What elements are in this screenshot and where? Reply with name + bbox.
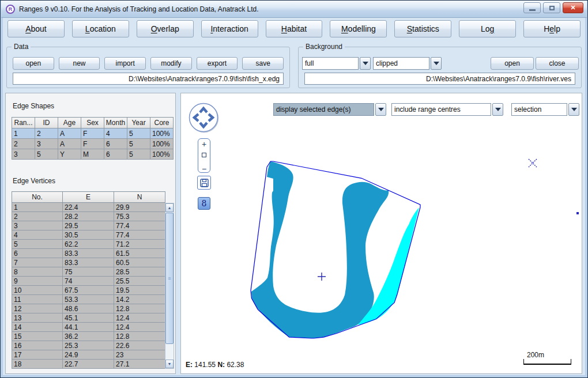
north-value: 62.38	[227, 361, 244, 369]
column-header[interactable]: N	[114, 192, 165, 203]
map-canvas[interactable]	[181, 93, 582, 373]
menu-button-modelling[interactable]: Modelling	[330, 20, 387, 37]
background-group: Background full clipped open close	[298, 47, 582, 88]
selection-value: selection	[511, 103, 567, 116]
east-value: 141.55	[194, 361, 216, 369]
scrollbar-thumb[interactable]: ≡	[165, 213, 174, 344]
background-open-button[interactable]: open	[491, 57, 534, 70]
background-clip-value: clipped	[373, 57, 429, 70]
column-header[interactable]: Sex	[81, 118, 104, 128]
display-mode-value: display selected edge(s)	[273, 103, 374, 116]
table-row[interactable]: 8 75 28.5	[12, 267, 165, 277]
table-row[interactable]: 3 5 Y M 6 5 100%	[12, 149, 174, 160]
column-header[interactable]: ID	[35, 118, 58, 128]
menu-button-overlap[interactable]: Overlap	[137, 20, 194, 37]
window-controls: ✕	[523, 2, 583, 13]
x-marker	[529, 159, 537, 167]
range-centre-cross	[318, 273, 326, 281]
scroll-down-button[interactable]: ▼	[165, 360, 174, 368]
table-row[interactable]: 3 29.5 77.4	[12, 221, 165, 230]
table-row[interactable]: 12 48.6 12.8	[12, 304, 165, 313]
chevron-down-icon[interactable]	[568, 103, 579, 116]
table-row[interactable]: 17 24.9 23	[12, 350, 165, 360]
range-centres-combo[interactable]: include range centres	[391, 103, 503, 116]
zoom-out-button[interactable]: −	[198, 164, 210, 175]
edge-vertices-header: No.EN	[12, 192, 165, 203]
data-import-button[interactable]: import	[104, 57, 146, 70]
menu-button-habitat[interactable]: Habitat	[266, 20, 323, 37]
close-button[interactable]: ✕	[563, 2, 583, 13]
cursor-position-status: E: 141.55 N: 62.38	[186, 361, 244, 369]
window-content: About Location Overlap Interaction Habit…	[3, 18, 585, 375]
table-row[interactable]: 10 67.5 19.5	[12, 286, 165, 295]
column-header[interactable]: Month	[104, 118, 127, 128]
pan-control[interactable]	[188, 102, 219, 133]
table-row[interactable]: 1 2 A F 4 5 100%	[12, 128, 174, 139]
display-mode-combo[interactable]: display selected edge(s)	[273, 103, 386, 116]
save-image-button[interactable]	[197, 176, 211, 190]
table-row[interactable]: 2 3 A F 6 5 100%	[12, 139, 174, 149]
table-row[interactable]: 6 83.3 61.5	[12, 249, 165, 258]
label-8-toggle-button[interactable]: 8	[198, 197, 210, 210]
data-group-title: Data	[12, 43, 31, 51]
restore-button[interactable]	[543, 2, 560, 13]
menubar: About Location Overlap Interaction Habit…	[7, 20, 581, 37]
chevron-down-icon[interactable]	[360, 57, 371, 70]
table-row[interactable]: 13 45.1 12.4	[12, 313, 165, 323]
fit-rect-icon	[202, 153, 206, 157]
table-row[interactable]: 15 36.2 12.8	[12, 332, 165, 341]
table-row[interactable]: 4 30.5 77.4	[12, 230, 165, 240]
menu-button-location[interactable]: Location	[72, 20, 129, 37]
table-row[interactable]: 14 44.1 12.4	[12, 323, 165, 332]
edge-shapes-header: Ran...IDAgeSexMonthYearCore	[12, 118, 174, 128]
scale-bar	[523, 359, 571, 365]
scroll-up-button[interactable]: ▲	[165, 203, 174, 212]
menu-button-help[interactable]: Help	[523, 20, 581, 37]
edge-vertices-table: No.EN 1 22.4 29.9 2 28.2 75.3	[12, 191, 165, 369]
table-row[interactable]: 1 22.4 29.9	[12, 203, 165, 212]
menu-button-interaction[interactable]: Interaction	[201, 20, 258, 37]
menu-button-statistics[interactable]: Statistics	[394, 20, 451, 37]
selection-combo[interactable]: selection	[511, 103, 579, 116]
background-close-button[interactable]: close	[536, 57, 579, 70]
edge-vertices-title: Edge Vertices	[13, 177, 55, 185]
data-group: Data open new import modify export save	[6, 47, 290, 88]
background-mode-combo[interactable]: full	[302, 57, 371, 70]
table-row[interactable]: 9 74 25.5	[12, 277, 165, 286]
chevron-down-icon[interactable]	[492, 103, 503, 116]
data-modify-button[interactable]: modify	[150, 57, 192, 70]
floppy-disk-icon	[200, 179, 209, 187]
data-open-button[interactable]: open	[13, 57, 54, 70]
vertex-dot	[576, 212, 579, 214]
column-header[interactable]: Year	[127, 118, 150, 128]
east-label: E:	[186, 361, 193, 369]
background-path-field[interactable]	[304, 73, 575, 85]
background-clip-combo[interactable]: clipped	[373, 57, 442, 70]
river-shape	[251, 161, 389, 338]
zoom-in-button[interactable]: +	[198, 139, 210, 150]
chevron-down-icon[interactable]	[375, 103, 386, 116]
menu-button-about[interactable]: About	[7, 20, 65, 37]
data-new-button[interactable]: new	[59, 57, 100, 70]
column-header[interactable]: Ran...	[12, 118, 35, 128]
column-header[interactable]: E	[63, 192, 114, 203]
table-row[interactable]: 2 28.2 75.3	[12, 212, 165, 221]
data-path-field[interactable]	[13, 73, 284, 85]
vertical-scrollbar[interactable]: ▲ ≡ ▼	[165, 203, 174, 369]
data-export-button[interactable]: export	[197, 57, 238, 70]
table-row[interactable]: 16 25.3 22.6	[12, 341, 165, 350]
column-header[interactable]: No.	[12, 192, 63, 203]
zoom-fit-button[interactable]	[198, 153, 210, 164]
column-header[interactable]: Core	[150, 118, 174, 128]
table-row[interactable]: 11 53.3 14.2	[12, 295, 165, 304]
minimize-button[interactable]	[523, 2, 541, 13]
chevron-down-icon[interactable]	[431, 57, 442, 70]
table-row[interactable]: 5 62.2 71.2	[12, 240, 165, 249]
data-save-button[interactable]: save	[242, 57, 284, 70]
table-row[interactable]: 18 22.7 27.1	[12, 360, 165, 369]
menu-button-log[interactable]: Log	[459, 20, 516, 37]
data-button-row: open new import modify export save	[13, 57, 284, 70]
table-row[interactable]: 7 83.3 60.5	[12, 258, 165, 267]
column-header[interactable]: Age	[58, 118, 81, 128]
zoom-strip: + −	[198, 138, 210, 173]
